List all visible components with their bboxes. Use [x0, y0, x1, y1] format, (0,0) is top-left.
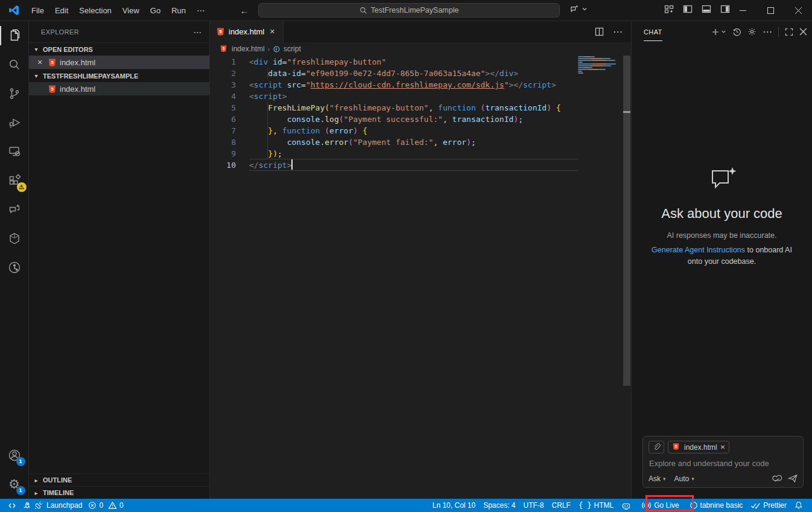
- menu-run[interactable]: Run: [166, 4, 191, 18]
- code-line[interactable]: 2 data-id="ef9e0199-0e72-4dd7-865b-7a063…: [210, 68, 631, 79]
- close-window-button[interactable]: [784, 0, 812, 21]
- customize-layout-icon[interactable]: [664, 4, 674, 14]
- settings-gear-icon[interactable]: ⚙ 1: [0, 470, 29, 499]
- toggle-primary-sidebar-icon[interactable]: [682, 4, 693, 14]
- encoding-item[interactable]: UTF-8: [521, 499, 547, 512]
- accounts-badge: 1: [16, 457, 25, 466]
- indentation-item[interactable]: Spaces: 4: [480, 499, 518, 512]
- editor-more-actions-icon[interactable]: ⋯: [613, 26, 623, 37]
- open-editors-label: OPEN EDITORS: [43, 46, 93, 53]
- scrollbar-slider[interactable]: [623, 56, 630, 386]
- explorer-more-actions-icon[interactable]: ⋯: [194, 27, 202, 37]
- close-editor-icon[interactable]: ✕: [35, 59, 45, 66]
- open-editors-section[interactable]: ▾ OPEN EDITORS: [29, 42, 209, 56]
- remote-explorer-icon[interactable]: [0, 137, 29, 166]
- open-editor-item-indexhtml[interactable]: ✕ 5 index.html: [29, 56, 209, 69]
- code-line[interactable]: 6 console.log("Payment successful:", tra…: [210, 114, 631, 125]
- breadcrumb-file[interactable]: index.html: [232, 45, 265, 53]
- launchpad-item[interactable]: Launchpad: [19, 499, 85, 512]
- container-tools-icon[interactable]: [0, 224, 29, 253]
- code-line[interactable]: 3<script src="https://cloud-cdn.freshlim…: [210, 79, 631, 91]
- menu-selection[interactable]: Selection: [74, 4, 116, 18]
- command-center-search[interactable]: TestFreshLimePaySample: [258, 3, 560, 18]
- send-icon[interactable]: [788, 474, 798, 483]
- code-line[interactable]: 7 }, function (error) {: [210, 125, 631, 136]
- language-mode-item[interactable]: { } HTML: [576, 499, 617, 512]
- timeline-section[interactable]: ▸ TIMELINE: [29, 486, 209, 499]
- menu-overflow-icon[interactable]: ⋯: [191, 5, 211, 15]
- code-editor[interactable]: 1<div id="freshlimepay-button"2 data-id=…: [210, 56, 631, 499]
- rocket-icon: [22, 501, 31, 510]
- activity-bar: ⚠ 1 ⚙ 1: [0, 21, 29, 499]
- extensions-icon[interactable]: ⚠: [0, 166, 29, 195]
- code-line[interactable]: 4<script>: [210, 91, 631, 102]
- accounts-icon[interactable]: 1: [0, 441, 29, 470]
- code-line[interactable]: 1<div id="freshlimepay-button": [210, 56, 631, 68]
- chat-history-icon[interactable]: [732, 27, 741, 36]
- go-live-item[interactable]: Go Live: [636, 499, 684, 512]
- chat-mode-dropdown[interactable]: Ask▾: [649, 475, 666, 483]
- remove-chip-icon[interactable]: ✕: [720, 444, 725, 450]
- paperclip-icon: [653, 443, 661, 451]
- chat-empty-state: Ask about your code AI responses may be …: [632, 166, 812, 268]
- remote-indicator[interactable]: [5, 499, 19, 512]
- status-bar: Launchpad 0 0 Ln 10, Col 10 Spaces: 4 UT…: [0, 499, 812, 512]
- code-line[interactable]: 9 });: [210, 148, 631, 159]
- breadcrumb-symbol[interactable]: script: [284, 45, 301, 53]
- minimize-button[interactable]: [729, 0, 756, 21]
- commit-graph-icon[interactable]: [0, 253, 29, 282]
- chat-icon[interactable]: [0, 195, 29, 224]
- code-line[interactable]: 8 console.error("Payment failed:", error…: [210, 136, 631, 148]
- editor-scrollbar[interactable]: [623, 56, 631, 499]
- text-cursor: [291, 159, 293, 170]
- chat-settings-gear-icon[interactable]: [747, 27, 756, 36]
- generate-agent-instructions-link[interactable]: Generate Agent Instructions: [652, 246, 745, 254]
- maximize-panel-icon[interactable]: [785, 28, 793, 36]
- close-panel-icon[interactable]: [799, 28, 807, 36]
- explorer-icon[interactable]: [0, 21, 29, 50]
- cursor-position-item[interactable]: Ln 10, Col 10: [430, 499, 478, 512]
- html-file-icon: 5: [672, 443, 681, 452]
- copilot-status-item[interactable]: [618, 499, 634, 512]
- close-tab-icon[interactable]: ✕: [268, 28, 276, 36]
- eol-item[interactable]: CRLF: [549, 499, 574, 512]
- tab-indexhtml[interactable]: 5 index.html ✕: [210, 21, 284, 42]
- notifications-bell-icon[interactable]: [791, 499, 806, 512]
- line-number: 3: [210, 79, 249, 91]
- maximize-button[interactable]: [756, 0, 784, 21]
- tabnine-item[interactable]: tabnine basic: [687, 499, 746, 512]
- tab-chat[interactable]: CHAT: [644, 23, 662, 41]
- folder-section-header[interactable]: ▾ TESTFRESHLIMEPAYSAMPLE: [29, 69, 209, 82]
- voice-chat-icon[interactable]: [772, 474, 782, 483]
- problems-item[interactable]: 0 0: [85, 499, 126, 512]
- attach-context-button[interactable]: [649, 441, 664, 453]
- menu-go[interactable]: Go: [145, 4, 166, 18]
- run-debug-icon[interactable]: [0, 108, 29, 137]
- copilot-menu-button[interactable]: [568, 3, 588, 15]
- tree-item-indexhtml[interactable]: 5 index.html: [29, 82, 209, 95]
- model-picker-dropdown[interactable]: Auto▾: [674, 475, 694, 483]
- outline-section[interactable]: ▸ OUTLINE: [29, 473, 209, 486]
- toggle-panel-icon[interactable]: [701, 4, 712, 14]
- error-count: 0: [99, 501, 103, 510]
- divider: [778, 27, 779, 37]
- chat-input-box[interactable]: 5 index.html ✕ Explore and understand yo…: [642, 436, 804, 488]
- menu-view[interactable]: View: [117, 4, 145, 18]
- prettier-item[interactable]: Prettier: [747, 499, 790, 512]
- menu-edit[interactable]: Edit: [49, 4, 74, 18]
- context-chip-indexhtml[interactable]: 5 index.html ✕: [668, 441, 729, 453]
- menu-file[interactable]: File: [26, 4, 49, 18]
- extensions-warning-badge: ⚠: [17, 182, 27, 192]
- command-center-text: TestFreshLimePaySample: [371, 6, 459, 14]
- code-line[interactable]: 10</script>: [210, 159, 631, 171]
- code-line[interactable]: 5 FreshLimePay("freshlimepay-button", fu…: [210, 102, 631, 114]
- search-sidebar-icon[interactable]: [0, 50, 29, 79]
- navigate-back-icon[interactable]: ←: [239, 5, 249, 16]
- split-editor-icon[interactable]: [594, 27, 604, 37]
- source-control-icon[interactable]: [0, 79, 29, 108]
- minimap[interactable]: [578, 56, 623, 74]
- chat-more-actions-icon[interactable]: ⋯: [763, 26, 772, 37]
- chat-input-placeholder[interactable]: Explore and understand your code: [649, 459, 798, 468]
- line-number: 9: [210, 148, 249, 159]
- new-chat-button[interactable]: [711, 28, 726, 36]
